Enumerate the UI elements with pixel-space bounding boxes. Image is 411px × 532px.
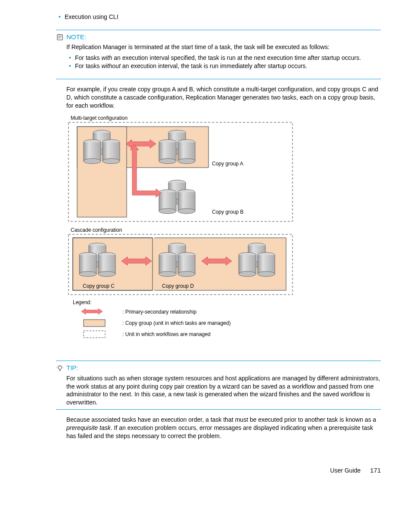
svg-rect-0 bbox=[57, 35, 62, 40]
divider bbox=[56, 79, 381, 79]
copy-group-d-label: Copy group D bbox=[162, 283, 194, 289]
copy-group-a-label: Copy group A bbox=[212, 161, 243, 167]
top-bullet-list: Execution using CLI bbox=[56, 13, 381, 21]
legend-title: Legend: bbox=[73, 299, 91, 305]
note-bullet-with: For tasks with an execution interval spe… bbox=[75, 54, 381, 62]
svg-rect-16 bbox=[84, 331, 105, 338]
footer-title: User Guide bbox=[330, 467, 361, 474]
multi-target-title: Multi-target configuration bbox=[71, 115, 128, 121]
note-icon bbox=[56, 33, 64, 41]
tip-body: For situations such as when storage syst… bbox=[56, 374, 381, 407]
page-footer: User Guide 171 bbox=[56, 466, 381, 475]
copy-group-c-label: Copy group C bbox=[83, 283, 115, 289]
svg-point-17 bbox=[58, 366, 62, 369]
tip-label: TIP: bbox=[66, 364, 78, 372]
cascade-title: Cascade configuration bbox=[71, 227, 122, 233]
divider bbox=[56, 409, 381, 410]
legend-primary-secondary: : Primary-secondary relationship bbox=[122, 309, 196, 315]
page-number: 171 bbox=[370, 467, 381, 474]
note-label: NOTE: bbox=[66, 33, 86, 41]
note-callout: NOTE: If Replication Manager is terminat… bbox=[56, 30, 381, 79]
svg-rect-15 bbox=[84, 320, 105, 327]
legend-copy-group: : Copy group (unit in which tasks are ma… bbox=[122, 320, 230, 326]
legend-workflow-unit: : Unit in which workflows are managed bbox=[122, 331, 211, 337]
tip-icon bbox=[56, 364, 64, 372]
config-diagram: Multi-target configuration Copy group A … bbox=[66, 115, 381, 355]
copy-group-b-label: Copy group B bbox=[212, 209, 243, 215]
note-intro: If Replication Manager is terminated at … bbox=[66, 43, 381, 51]
example-paragraph: For example, if you create copy groups A… bbox=[66, 85, 381, 110]
divider bbox=[56, 30, 381, 30]
note-bullet-without: For tasks without an execution interval,… bbox=[75, 62, 381, 70]
closing-paragraph: Because associated tasks have an executi… bbox=[66, 416, 381, 440]
bullet-execution-cli: Execution using CLI bbox=[65, 13, 381, 21]
tip-callout: TIP: For situations such as when storage… bbox=[56, 361, 381, 410]
divider bbox=[56, 361, 381, 361]
